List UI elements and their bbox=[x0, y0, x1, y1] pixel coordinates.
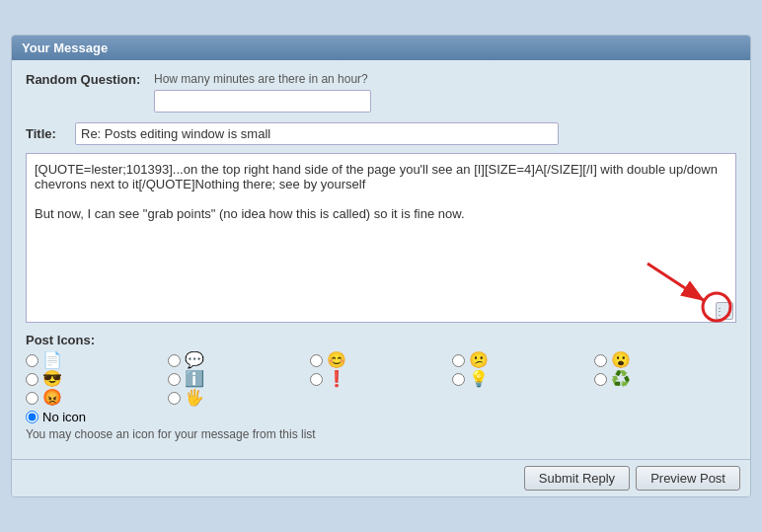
bottom-bar: Submit Reply Preview Post bbox=[12, 459, 750, 496]
no-icon-label: No icon bbox=[42, 410, 86, 424]
icon-radio-none[interactable] bbox=[26, 411, 38, 423]
icon-hint: You may choose an icon for your message … bbox=[26, 427, 736, 441]
icon-chat: 💬 bbox=[185, 352, 204, 368]
post-icons-label: Post Icons: bbox=[26, 333, 736, 347]
icon-option-angry[interactable]: 😡 bbox=[26, 390, 168, 406]
icon-option-confused[interactable]: 😕 bbox=[452, 352, 594, 368]
random-question-hint: How many minutes are there in an hour? bbox=[154, 72, 371, 86]
no-icon-row[interactable]: No icon bbox=[26, 410, 736, 424]
post-icons-section: Post Icons: 📄 💬 😊 😕 bbox=[26, 333, 736, 441]
icon-radio-exclamation[interactable] bbox=[310, 373, 323, 386]
icon-radio-surprised[interactable] bbox=[594, 354, 607, 367]
icon-confused: 😕 bbox=[469, 352, 489, 368]
icon-document: 📄 bbox=[42, 352, 62, 368]
icon-option-recycle[interactable]: ♻️ bbox=[594, 371, 736, 387]
icon-option-info[interactable]: ℹ️ bbox=[168, 371, 310, 387]
icon-angry: 😡 bbox=[42, 390, 62, 406]
icon-radio-smile[interactable] bbox=[310, 354, 323, 367]
icon-recycle: ♻️ bbox=[611, 371, 631, 387]
icon-option-idea[interactable]: 💡 bbox=[452, 371, 594, 387]
icons-grid: 📄 💬 😊 😕 😮 bbox=[26, 352, 736, 406]
icon-radio-info[interactable] bbox=[168, 373, 181, 386]
icon-hand: 🖐️ bbox=[185, 390, 204, 406]
icon-exclamation: ❗ bbox=[327, 371, 346, 387]
icon-radio-document[interactable] bbox=[26, 354, 38, 367]
submit-reply-button[interactable]: Submit Reply bbox=[524, 466, 630, 491]
icon-option-surprised[interactable]: 😮 bbox=[594, 352, 736, 368]
icon-option-exclamation[interactable]: ❗ bbox=[310, 371, 452, 387]
icon-option-chat[interactable]: 💬 bbox=[168, 352, 310, 368]
icon-radio-confused[interactable] bbox=[452, 354, 465, 367]
title-label: Title: bbox=[26, 126, 75, 141]
icon-surprised: 😮 bbox=[611, 352, 631, 368]
resize-handle[interactable]: ⋮⋮ bbox=[716, 302, 733, 320]
icon-option-cool[interactable]: 😎 bbox=[26, 371, 168, 387]
icon-option-hand[interactable]: 🖐️ bbox=[168, 390, 310, 406]
icon-option-document[interactable]: 📄 bbox=[26, 352, 168, 368]
preview-post-button[interactable]: Preview Post bbox=[636, 466, 740, 491]
icon-option-smile[interactable]: 😊 bbox=[310, 352, 452, 368]
icon-cool: 😎 bbox=[42, 371, 62, 387]
icon-radio-recycle[interactable] bbox=[594, 373, 607, 386]
icon-radio-hand[interactable] bbox=[168, 392, 181, 405]
icon-radio-angry[interactable] bbox=[26, 392, 38, 405]
icon-info: ℹ️ bbox=[185, 371, 204, 387]
icon-idea: 💡 bbox=[469, 371, 489, 387]
random-question-label: Random Question: bbox=[26, 72, 154, 87]
icon-radio-chat[interactable] bbox=[168, 354, 181, 367]
random-question-input[interactable] bbox=[154, 90, 371, 113]
icon-radio-idea[interactable] bbox=[452, 373, 465, 386]
icon-radio-cool[interactable] bbox=[26, 373, 38, 386]
message-textarea[interactable]: [QUOTE=lester;101393]...on the top right… bbox=[27, 154, 735, 322]
panel-header: Your Message bbox=[12, 36, 750, 60]
icon-smile: 😊 bbox=[327, 352, 346, 368]
message-area-wrapper: [QUOTE=lester;101393]...on the top right… bbox=[26, 153, 736, 323]
panel-title: Your Message bbox=[22, 40, 108, 55]
title-input[interactable] bbox=[75, 122, 559, 145]
